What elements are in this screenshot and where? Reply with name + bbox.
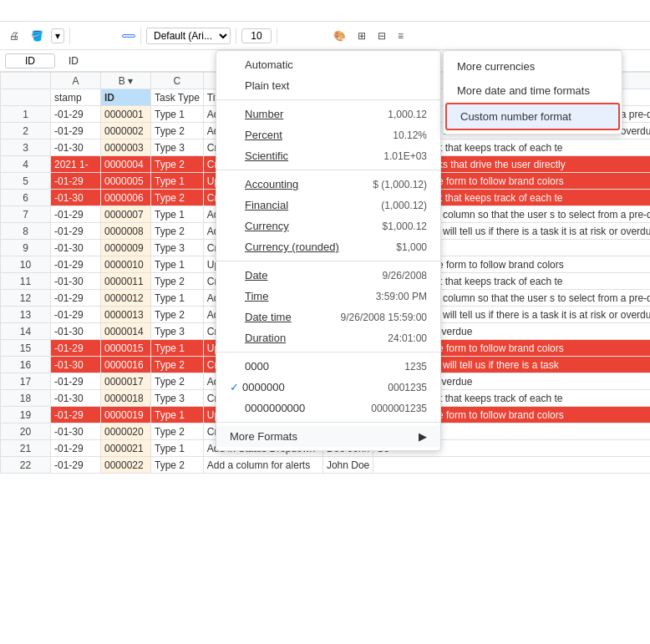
decimal-increase-button[interactable] [110, 34, 119, 38]
cell[interactable]: Type 2 [151, 156, 204, 173]
cell-id[interactable]: 0000006 [101, 190, 151, 206]
cell[interactable]: -01-30 [51, 357, 101, 373]
col-header-a[interactable]: A [51, 73, 101, 89]
cell[interactable]: -01-30 [51, 423, 101, 440]
submenu-item[interactable]: Custom number format [445, 103, 620, 130]
cell[interactable]: Type 1 [151, 407, 204, 423]
cell[interactable]: Type 2 [151, 190, 204, 206]
more-formats-submenu[interactable]: More currenciesMore date and time format… [443, 50, 622, 134]
cell-id[interactable]: 0000015 [101, 340, 151, 357]
paint-format-button[interactable]: 🪣 [27, 28, 48, 43]
cell[interactable]: -01-29 [51, 106, 101, 123]
cell[interactable]: Type 2 [151, 123, 204, 139]
cell-id[interactable]: 0000001 [101, 106, 151, 123]
cell[interactable]: Type 1 [151, 256, 204, 273]
cell[interactable]: -01-29 [51, 223, 101, 240]
text-color-button[interactable] [317, 34, 326, 38]
cell[interactable]: stamp [51, 89, 101, 106]
print-button[interactable]: 🖨 [5, 28, 23, 43]
cell[interactable]: -01-29 [51, 457, 101, 474]
cell[interactable]: Type 1 [151, 340, 204, 357]
menu-insert[interactable] [38, 9, 48, 13]
cell[interactable]: -01-29 [51, 340, 101, 357]
cell[interactable]: Type 2 [151, 307, 204, 323]
cell-id[interactable]: 0000004 [101, 156, 151, 173]
cell-id[interactable]: 0000017 [101, 373, 151, 390]
cell-id[interactable]: 0000009 [101, 240, 151, 256]
cell[interactable]: -01-29 [51, 307, 101, 323]
decimal-decrease-button[interactable] [99, 34, 107, 38]
cell[interactable]: Task Type [151, 89, 204, 106]
menu-format[interactable] [50, 9, 60, 13]
cell[interactable]: Type 3 [151, 390, 204, 407]
cell[interactable]: -01-29 [51, 407, 101, 423]
cell-id[interactable]: 0000005 [101, 173, 151, 190]
zoom-control[interactable]: ▾ [51, 28, 64, 43]
submenu-item[interactable]: More currencies [444, 54, 622, 79]
cell[interactable]: Type 1 [151, 290, 204, 307]
bold-button[interactable] [282, 34, 291, 38]
cell[interactable]: -01-29 [51, 256, 101, 273]
col-header-c[interactable]: C [151, 73, 204, 89]
cell[interactable]: -01-29 [51, 290, 101, 307]
dropdown-item[interactable]: Currency (rounded)$1,000 [216, 236, 440, 257]
cell-id[interactable]: 0000022 [101, 457, 151, 474]
menu-addons[interactable] [97, 9, 107, 13]
cell[interactable]: Type 1 [151, 106, 204, 123]
dropdown-item[interactable]: Percent10.12% [216, 124, 440, 145]
cell-id[interactable]: 0000002 [101, 123, 151, 139]
cell-id[interactable]: 0000012 [101, 290, 151, 307]
dropdown-item[interactable]: Scientific1.01E+03 [216, 145, 440, 166]
cell[interactable]: -01-30 [51, 190, 101, 206]
dropdown-item[interactable]: Financial(1,000.12) [216, 195, 440, 216]
format-number-button[interactable] [122, 34, 135, 38]
cell-id[interactable]: 0000007 [101, 206, 151, 223]
cell[interactable]: Type 2 [151, 373, 204, 390]
cell[interactable]: -01-30 [51, 139, 101, 156]
menu-form[interactable] [85, 9, 95, 13]
col-header-b[interactable]: B ▾ [101, 73, 151, 89]
menu-data[interactable] [62, 9, 72, 13]
cell-id[interactable]: 0000008 [101, 223, 151, 240]
dropdown-item[interactable]: Number1,000.12 [216, 104, 440, 124]
cell[interactable]: Add a column for alerts [203, 457, 322, 474]
dropdown-item[interactable]: 00001235 [216, 356, 440, 377]
cell-id[interactable]: 0000019 [101, 407, 151, 423]
cell[interactable]: -01-30 [51, 273, 101, 290]
cell[interactable]: Type 2 [151, 223, 204, 240]
dropdown-item[interactable]: Plain text [216, 75, 440, 96]
cell[interactable]: Type 3 [151, 139, 204, 156]
fill-color-button[interactable]: 🎨 [329, 28, 350, 43]
dropdown-item[interactable]: Automatic [216, 54, 440, 75]
menu-edit[interactable] [15, 9, 25, 13]
dropdown-item[interactable]: Date9/26/2008 [216, 265, 440, 286]
cell-id[interactable]: 0000010 [101, 256, 151, 273]
cell[interactable]: -01-29 [51, 173, 101, 190]
cell[interactable]: Type 3 [151, 240, 204, 256]
cell-reference-input[interactable] [5, 53, 55, 68]
cell-id[interactable]: 0000003 [101, 139, 151, 156]
font-family-select[interactable]: Default (Ari... [146, 28, 231, 44]
cell-id[interactable]: 0000016 [101, 357, 151, 373]
cell-id[interactable]: 0000013 [101, 307, 151, 323]
cell[interactable]: -01-30 [51, 323, 101, 340]
submenu-item[interactable]: More date and time formats [444, 79, 622, 103]
dropdown-item[interactable]: Duration24:01:00 [216, 327, 440, 348]
cell[interactable]: Type 1 [151, 206, 204, 223]
strikethrough-button[interactable] [306, 34, 314, 38]
menu-help[interactable] [109, 9, 119, 13]
borders-button[interactable]: ⊞ [353, 28, 370, 43]
cell[interactable]: Type 2 [151, 457, 204, 474]
menu-file[interactable] [3, 9, 13, 13]
currency-button[interactable] [75, 34, 84, 38]
dropdown-item[interactable]: Accounting$ (1,000.12) [216, 174, 440, 195]
cell[interactable]: -01-29 [51, 440, 101, 457]
cell-id[interactable]: 0000018 [101, 390, 151, 407]
italic-button[interactable] [294, 34, 302, 38]
cell[interactable]: -01-29 [51, 123, 101, 139]
font-size-input[interactable] [241, 28, 272, 43]
menu-view[interactable] [27, 9, 37, 13]
cell[interactable]: -01-30 [51, 240, 101, 256]
cell[interactable]: ID [101, 89, 151, 106]
cell[interactable]: Type 1 [151, 173, 204, 190]
